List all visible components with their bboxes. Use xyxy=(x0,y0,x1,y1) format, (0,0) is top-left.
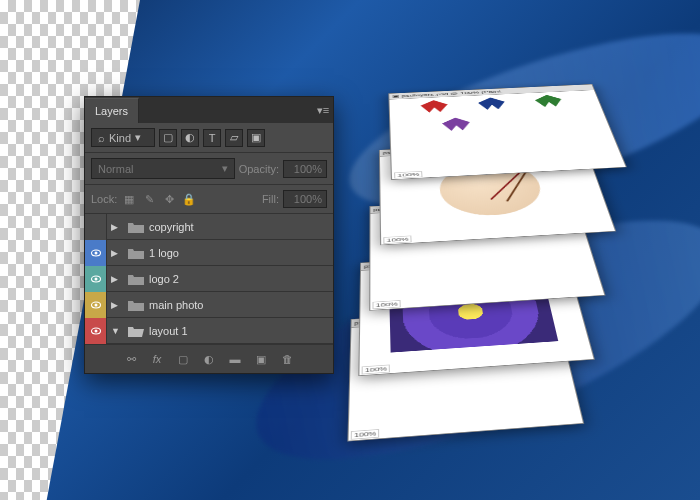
panel-menu-button[interactable]: ▾≡ xyxy=(313,97,333,123)
layer-name[interactable]: logo 2 xyxy=(149,273,333,285)
tab-layers[interactable]: Layers xyxy=(85,98,139,123)
layer-name[interactable]: layout 1 xyxy=(149,325,333,337)
layer-row[interactable]: ▶ logo 2 xyxy=(85,266,333,292)
lock-transparency-icon[interactable]: ▦ xyxy=(121,191,137,207)
layer-row[interactable]: ▶ copyright xyxy=(85,214,333,240)
filter-type-icon[interactable]: T xyxy=(203,129,221,147)
adjustment-layer-icon[interactable]: ◐ xyxy=(200,350,218,368)
panel-tabs: Layers ▾≡ xyxy=(85,97,333,123)
folder-icon xyxy=(127,272,145,286)
blend-mode-select[interactable]: Normal ▾ xyxy=(91,158,235,179)
link-layers-icon[interactable]: ⚯ xyxy=(122,350,140,368)
layer-preview-stack: psdlayers.psd @ 100% ... 100% psdlayers.… xyxy=(350,38,650,468)
visibility-toggle[interactable] xyxy=(85,318,107,344)
lock-row: Lock: ▦ ✎ ✥ 🔒 Fill: 100% xyxy=(85,185,333,214)
ribbon-blue-icon xyxy=(477,97,506,110)
ribbon-green-icon xyxy=(534,94,564,107)
lock-label: Lock: xyxy=(91,193,117,205)
new-group-icon[interactable]: ▬ xyxy=(226,350,244,368)
preview-zoom: 100% xyxy=(372,300,401,309)
filter-kind-select[interactable]: ⌕ Kind ▾ xyxy=(91,128,155,147)
layer-row[interactable]: ▶ 1 logo xyxy=(85,240,333,266)
expand-arrow-icon[interactable]: ▶ xyxy=(111,248,123,258)
lock-image-icon[interactable]: ✎ xyxy=(141,191,157,207)
blend-mode-row: Normal ▾ Opacity: 100% xyxy=(85,153,333,185)
lock-all-icon[interactable]: 🔒 xyxy=(181,191,197,207)
svg-point-1 xyxy=(94,251,97,254)
svg-point-7 xyxy=(94,329,97,332)
fill-label: Fill: xyxy=(262,193,279,205)
layer-mask-icon[interactable]: ▢ xyxy=(174,350,192,368)
layer-row[interactable]: ▼ layout 1 xyxy=(85,318,333,344)
layers-panel: Layers ▾≡ ⌕ Kind ▾ ▢ ◐ T ▱ ▣ Normal ▾ Op… xyxy=(84,96,334,374)
lock-position-icon[interactable]: ✥ xyxy=(161,191,177,207)
folder-open-icon xyxy=(127,324,145,338)
folder-icon xyxy=(127,220,145,234)
filter-adjustment-icon[interactable]: ◐ xyxy=(181,129,199,147)
chevron-down-icon: ▾ xyxy=(135,131,141,144)
tab-spacer xyxy=(139,97,313,123)
visibility-toggle[interactable] xyxy=(85,214,107,240)
search-icon: ⌕ xyxy=(98,132,105,144)
layer-style-icon[interactable]: fx xyxy=(148,350,166,368)
expand-arrow-icon[interactable]: ▶ xyxy=(111,222,123,232)
new-layer-icon[interactable]: ▣ xyxy=(252,350,270,368)
svg-point-3 xyxy=(94,277,97,280)
delete-layer-icon[interactable]: 🗑 xyxy=(278,350,296,368)
blend-mode-value: Normal xyxy=(98,163,133,175)
expand-arrow-icon[interactable]: ▶ xyxy=(111,300,123,310)
panel-bottom-bar: ⚯ fx ▢ ◐ ▬ ▣ 🗑 xyxy=(85,344,333,373)
chevron-down-icon: ▾ xyxy=(222,162,228,175)
layer-name[interactable]: copyright xyxy=(149,221,333,233)
folder-icon xyxy=(127,246,145,260)
preview-zoom: 100% xyxy=(394,171,423,179)
opacity-label: Opacity: xyxy=(239,163,279,175)
ribbon-purple-icon xyxy=(441,117,471,131)
expand-arrow-icon[interactable]: ▶ xyxy=(111,274,123,284)
preview-zoom: 100% xyxy=(351,429,380,440)
svg-point-5 xyxy=(94,303,97,306)
filter-pixel-icon[interactable]: ▢ xyxy=(159,129,177,147)
ribbon-red-icon xyxy=(420,100,448,113)
ribbons-illustration xyxy=(391,90,620,171)
collapse-arrow-icon[interactable]: ▼ xyxy=(111,326,123,336)
visibility-toggle[interactable] xyxy=(85,292,107,318)
layer-filter-row: ⌕ Kind ▾ ▢ ◐ T ▱ ▣ xyxy=(85,123,333,153)
filter-shape-icon[interactable]: ▱ xyxy=(225,129,243,147)
preview-zoom: 100% xyxy=(362,365,391,375)
filter-smart-icon[interactable]: ▣ xyxy=(247,129,265,147)
layer-name[interactable]: main photo xyxy=(149,299,333,311)
opacity-input[interactable]: 100% xyxy=(283,160,327,178)
filter-kind-label: Kind xyxy=(109,132,131,144)
visibility-toggle[interactable] xyxy=(85,266,107,292)
preview-card: ▣psdlayers.psd @ 100% (Paint... 100% xyxy=(388,84,627,180)
preview-zoom: 100% xyxy=(383,236,412,244)
fill-input[interactable]: 100% xyxy=(283,190,327,208)
folder-icon xyxy=(127,298,145,312)
layer-row[interactable]: ▶ main photo xyxy=(85,292,333,318)
layer-name[interactable]: 1 logo xyxy=(149,247,333,259)
visibility-toggle[interactable] xyxy=(85,240,107,266)
